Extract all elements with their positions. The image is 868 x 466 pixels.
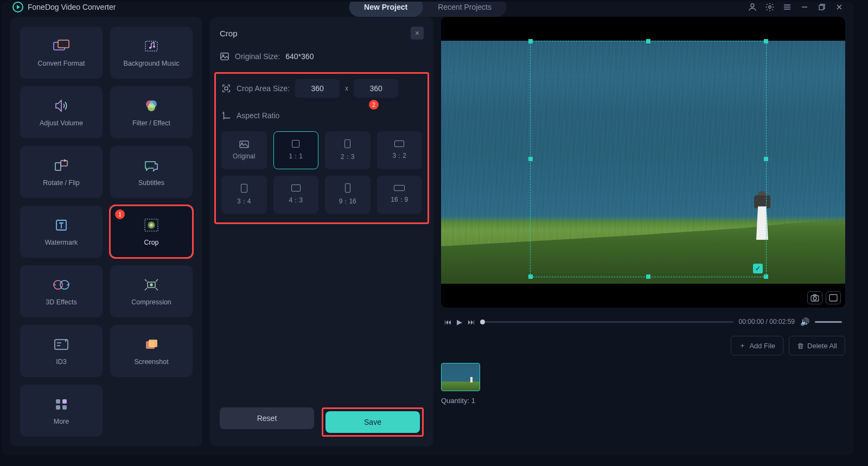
file-actions: ＋Add File 🗑Delete All xyxy=(441,336,845,355)
ratio-4-3[interactable]: 4：3 xyxy=(273,176,319,214)
volume-icon xyxy=(52,98,71,114)
tool-label: Adjust Volume xyxy=(40,119,83,127)
app-logo: FoneDog Video Converter xyxy=(12,2,116,12)
tool-label: Compression xyxy=(131,298,171,306)
original-size-value: 640*360 xyxy=(285,52,314,61)
ratio-2-3[interactable]: 2：3 xyxy=(325,131,371,169)
crop-settings-annotated: 2 Crop Area Size: x Aspect Ratio Origina… xyxy=(214,72,429,224)
tool-label: Background Music xyxy=(124,60,180,67)
ratio-shape-icon xyxy=(345,183,350,193)
plus-icon: ＋ xyxy=(739,341,746,350)
crop-area-label: Crop Area Size: xyxy=(237,84,290,93)
tab-recent-projects[interactable]: Recent Projects xyxy=(423,2,507,17)
titlebar: FoneDog Video Converter New Project Rece… xyxy=(2,2,854,12)
file-thumbnail[interactable] xyxy=(441,363,480,391)
ratio-shape-icon xyxy=(292,140,299,148)
tool-panel: Convert Format Background Music Adjust V… xyxy=(10,17,202,446)
crop-overlay[interactable]: ✓ xyxy=(530,41,767,277)
tool-label: Watermark xyxy=(45,239,78,246)
ratio-3-4[interactable]: 3：4 xyxy=(221,176,267,214)
video-preview[interactable]: ✓ xyxy=(441,17,845,308)
volume-icon[interactable]: 🔊 xyxy=(800,317,809,326)
tool-more[interactable]: More xyxy=(20,385,103,437)
save-button[interactable]: Save xyxy=(326,411,420,433)
tool-label: Screenshot xyxy=(134,358,168,366)
tool-rotate-flip[interactable]: Rotate / Flip xyxy=(20,146,103,198)
svg-point-1 xyxy=(769,6,771,9)
account-icon[interactable] xyxy=(748,2,757,12)
ratio-original[interactable]: Original xyxy=(221,131,267,169)
tool-compression[interactable]: Compression xyxy=(110,265,193,317)
svg-rect-2 xyxy=(819,5,824,10)
tool-label: 3D Effects xyxy=(46,298,76,306)
preview-area: ✓ ⏮ ▶ ⏭ 00:00:00 / 00:02:59 🔊 ＋Add File … xyxy=(441,17,845,446)
svg-point-0 xyxy=(751,4,754,7)
ratio-shape-icon xyxy=(394,185,405,191)
crop-height-input[interactable] xyxy=(354,79,398,98)
tool-id3[interactable]: ID3 xyxy=(20,325,103,377)
fullscreen-icon[interactable] xyxy=(826,291,841,304)
tab-new-project[interactable]: New Project xyxy=(349,2,423,17)
crop-handle-bl[interactable] xyxy=(528,275,533,279)
tool-adjust-volume[interactable]: Adjust Volume xyxy=(20,86,103,138)
tool-screenshot[interactable]: Screenshot xyxy=(110,325,193,377)
ratio-16-9[interactable]: 16：9 xyxy=(377,176,423,214)
ratio-shape-icon xyxy=(291,184,301,191)
camera-icon[interactable] xyxy=(807,291,822,304)
close-icon[interactable] xyxy=(834,2,844,12)
add-file-button[interactable]: ＋Add File xyxy=(731,336,783,355)
tool-filter-effect[interactable]: Filter / Effect xyxy=(110,86,193,138)
check-icon[interactable]: ✓ xyxy=(753,264,763,273)
settings-icon[interactable] xyxy=(765,2,775,12)
crop-handle-tl[interactable] xyxy=(528,39,533,43)
3d-icon xyxy=(52,277,71,293)
tool-watermark[interactable]: Watermark xyxy=(20,206,103,258)
volume-slider[interactable] xyxy=(815,321,842,323)
playback-bar: ⏮ ▶ ⏭ 00:00:00 / 00:02:59 🔊 xyxy=(441,313,845,330)
ratio-3-2[interactable]: 3：2 xyxy=(377,131,423,169)
tool-crop[interactable]: 1 Crop xyxy=(110,206,193,258)
tool-label: Crop xyxy=(144,239,158,246)
prev-frame-icon[interactable]: ⏮ xyxy=(444,318,451,326)
trash-icon: 🗑 xyxy=(797,342,804,350)
maximize-icon[interactable] xyxy=(817,2,827,12)
ratio-9-16[interactable]: 9：16 xyxy=(325,176,371,214)
next-frame-icon[interactable]: ⏭ xyxy=(468,318,475,326)
menu-icon[interactable] xyxy=(782,2,792,12)
tool-label: More xyxy=(54,418,69,425)
original-size-label: Original Size: xyxy=(235,52,280,61)
play-icon[interactable]: ▶ xyxy=(457,318,462,326)
crop-handle-ml[interactable] xyxy=(528,157,533,161)
thumbnail-row: Quantity: 1 xyxy=(441,361,845,446)
crop-handle-tr[interactable] xyxy=(764,39,768,43)
convert-icon xyxy=(52,38,71,54)
rotate-icon xyxy=(52,157,71,174)
ratio-1-1[interactable]: 1：1 xyxy=(273,131,319,169)
delete-all-button[interactable]: 🗑Delete All xyxy=(789,336,845,355)
crop-handle-tm[interactable] xyxy=(646,39,650,43)
crop-handle-br[interactable] xyxy=(764,275,768,279)
svg-rect-29 xyxy=(225,87,227,90)
svg-rect-24 xyxy=(62,399,67,404)
quantity-label: Quantity: 1 xyxy=(441,397,845,405)
tool-subtitles[interactable]: Subtitles xyxy=(110,146,193,198)
compress-icon xyxy=(142,277,161,293)
reset-button[interactable]: Reset xyxy=(220,407,314,429)
close-panel-button[interactable]: × xyxy=(411,27,424,40)
picture-icon xyxy=(239,141,249,148)
crop-width-input[interactable] xyxy=(295,79,340,98)
music-icon xyxy=(142,38,161,54)
tool-background-music[interactable]: Background Music xyxy=(110,27,193,79)
svg-point-10 xyxy=(148,104,155,111)
minimize-icon[interactable] xyxy=(800,2,809,12)
crop-handle-bm[interactable] xyxy=(646,275,650,279)
svg-rect-25 xyxy=(56,405,60,410)
tool-convert-format[interactable]: Convert Format xyxy=(20,27,103,79)
seek-slider[interactable] xyxy=(480,321,733,323)
ratio-shape-icon xyxy=(344,139,350,148)
aspect-ratio-label: Aspect Ratio xyxy=(237,111,279,120)
crop-handle-mr[interactable] xyxy=(764,157,768,161)
tool-3d-effects[interactable]: 3D Effects xyxy=(20,265,103,317)
x-separator: x xyxy=(345,85,348,92)
svg-rect-23 xyxy=(56,399,60,404)
